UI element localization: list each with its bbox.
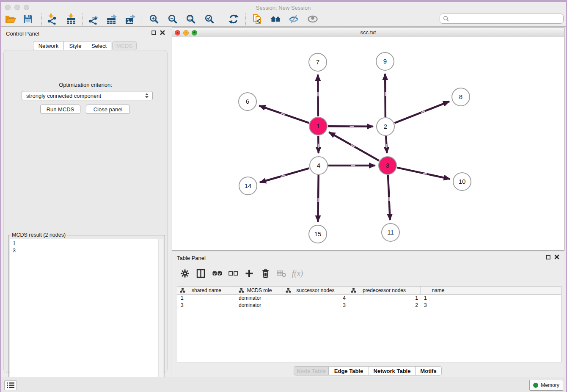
function-builder-button[interactable]: f(x)	[289, 269, 306, 278]
tree-icon	[239, 288, 244, 293]
tab-style[interactable]: Style	[64, 41, 87, 50]
table-row[interactable]: 1dominator411	[177, 295, 561, 302]
export-network-button[interactable]	[87, 13, 99, 25]
memory-label: Memory	[541, 382, 559, 388]
run-mcds-button[interactable]: Run MCDS	[40, 105, 80, 114]
toolbar-separator	[41, 13, 42, 25]
toolbar-separator	[141, 13, 141, 25]
select-stepper-icon	[145, 93, 149, 98]
show-graphics-details-button[interactable]	[307, 13, 319, 25]
save-session-button[interactable]	[22, 13, 34, 25]
table-header: shared name MCDS role successor nodes pr…	[177, 287, 561, 295]
node-label: 9	[383, 58, 387, 65]
zoom-in-button[interactable]	[148, 13, 160, 25]
table-cell[interactable]: 1	[348, 295, 421, 302]
memory-button[interactable]: Memory	[529, 380, 563, 391]
column-label: predecessor nodes	[363, 287, 406, 293]
select-all-button[interactable]	[209, 271, 225, 276]
table-cell[interactable]: 1	[421, 295, 456, 302]
main-toolbar	[1, 12, 566, 27]
criterion-value: strongly connected component	[26, 93, 101, 99]
refresh-button[interactable]	[228, 13, 239, 25]
refresh-icon	[228, 14, 239, 25]
zoom-fit-button[interactable]	[185, 13, 197, 25]
zoom-selected-button[interactable]	[204, 13, 215, 25]
result-line: 1	[13, 240, 163, 247]
import-network-icon	[46, 14, 57, 25]
table-cell[interactable]: dominator	[236, 302, 283, 309]
toolbar-separator	[82, 13, 83, 25]
mcds-result-text[interactable]: 1 3	[10, 239, 163, 390]
tab-network[interactable]: Network	[33, 41, 64, 50]
zoom-out-button[interactable]	[167, 13, 179, 25]
node-label: 6	[246, 98, 249, 105]
zoom-out-icon	[168, 14, 178, 24]
network-window-titlebar[interactable]: x - + scc.txt	[172, 28, 564, 37]
search-input[interactable]	[440, 14, 564, 24]
table-panel: Table Panel	[172, 252, 564, 377]
edge-label	[317, 92, 319, 96]
column-header-predecessor-nodes[interactable]: predecessor nodes	[348, 287, 421, 294]
tab-edge-table[interactable]: Edge Table	[329, 366, 369, 375]
edge-label	[385, 92, 386, 96]
table-cell[interactable]: 3	[421, 302, 456, 309]
zoom-fit-icon	[186, 14, 196, 24]
tab-network-table[interactable]: Network Table	[369, 366, 416, 375]
tree-icon	[351, 288, 356, 293]
toolbar-separator	[245, 13, 246, 25]
optimization-criterion-label: Optimization criterion:	[4, 82, 167, 88]
tab-motifs[interactable]: Motifs	[416, 366, 442, 375]
import-table-icon	[66, 14, 77, 25]
add-column-button[interactable]	[241, 269, 257, 278]
close-panel-icon[interactable]	[160, 30, 165, 35]
criterion-select[interactable]: strongly connected component	[22, 91, 153, 100]
import-table-button[interactable]	[65, 13, 77, 25]
node-label: 15	[314, 230, 322, 237]
node-label: 2	[384, 123, 387, 130]
column-header-name[interactable]: name	[421, 287, 456, 294]
table-cell[interactable]: 3	[283, 302, 348, 309]
table-cell[interactable]: 3	[177, 302, 236, 309]
list-icon	[7, 382, 14, 388]
close-panel-button[interactable]: Close panel	[86, 105, 130, 114]
network-view-window: x - + scc.txt 7968124314101511	[172, 27, 564, 251]
float-panel-icon[interactable]	[151, 30, 156, 35]
float-panel-icon[interactable]	[546, 255, 550, 259]
delete-column-button[interactable]	[257, 268, 273, 279]
plus-icon	[245, 269, 254, 278]
deselect-all-button[interactable]	[225, 271, 241, 276]
table-row[interactable]: 3dominator323	[177, 302, 561, 309]
import-network-button[interactable]	[46, 13, 58, 25]
hide-graphics-details-button[interactable]	[288, 13, 300, 25]
delete-table-icon	[277, 269, 286, 278]
edge-label	[388, 197, 390, 201]
node-label: 7	[316, 58, 319, 66]
clone-network-button[interactable]	[251, 13, 263, 25]
network-graph[interactable]: 7968124314101511	[172, 37, 564, 251]
task-history-button[interactable]	[4, 380, 17, 390]
column-header-shared-name[interactable]: shared name	[177, 287, 236, 294]
gear-icon	[180, 269, 190, 278]
column-header-successor-nodes[interactable]: successor nodes	[283, 287, 348, 294]
edge-label	[318, 144, 319, 148]
table-cell[interactable]: 1	[177, 295, 236, 302]
network-overview-button[interactable]	[270, 13, 281, 25]
open-session-button[interactable]	[4, 13, 16, 25]
result-scrollbar[interactable]	[158, 239, 163, 390]
table-cell[interactable]: dominator	[236, 295, 283, 302]
table-cell[interactable]: 2	[348, 302, 421, 309]
export-table-button[interactable]	[106, 13, 118, 25]
tab-select[interactable]: Select	[87, 41, 111, 50]
export-image-button[interactable]	[124, 13, 136, 25]
node-label: 8	[459, 93, 462, 100]
close-panel-icon[interactable]	[554, 254, 559, 259]
tab-mcds[interactable]: MCDS	[112, 41, 137, 50]
column-pane-button[interactable]	[193, 269, 209, 278]
table-settings-button[interactable]	[177, 269, 193, 278]
delete-table-button[interactable]	[273, 269, 289, 278]
table-cell[interactable]: 4	[283, 295, 348, 302]
column-header-mcds-role[interactable]: MCDS role	[236, 287, 283, 294]
tab-node-table[interactable]: Node Table	[294, 366, 329, 375]
zoom-in-icon	[149, 14, 159, 24]
export-table-icon	[106, 14, 117, 25]
